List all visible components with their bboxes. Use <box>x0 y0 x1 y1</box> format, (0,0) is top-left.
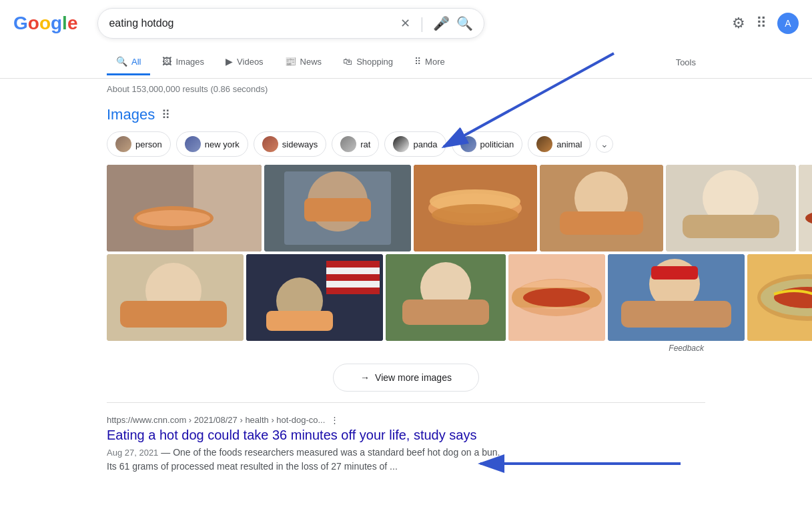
image-cell[interactable] <box>540 165 663 251</box>
image-grid-row-1 <box>107 165 705 251</box>
image-cell[interactable] <box>666 165 796 251</box>
chip-rat[interactable]: rat <box>332 131 379 157</box>
svg-rect-38 <box>402 300 489 325</box>
svg-point-4 <box>137 210 210 226</box>
header: Google ✕ | 🎤 🔍 ⚙ ⠿ A <box>0 0 812 47</box>
images-title: Images <box>107 106 155 123</box>
chip-avatar-panda <box>393 136 409 152</box>
svg-point-13 <box>432 204 518 225</box>
svg-rect-30 <box>326 261 380 294</box>
shopping-icon: 🛍 <box>343 56 352 67</box>
chip-sideways[interactable]: sideways <box>254 131 326 157</box>
header-right: ⚙ ⠿ A <box>732 13 799 34</box>
svg-rect-27 <box>120 301 227 328</box>
more-icon: ⠿ <box>414 56 421 67</box>
svg-rect-46 <box>651 266 698 280</box>
result-title[interactable]: Eating a hot dog could take 36 minutes o… <box>107 428 476 443</box>
image-cell[interactable] <box>386 254 506 341</box>
image-cell[interactable] <box>508 254 605 341</box>
search-result: https://www.cnn.com › 2021/08/27 › healt… <box>0 408 812 480</box>
search-bar: ✕ | 🎤 🔍 <box>97 8 484 39</box>
filter-chips: person new york sideways rat panda polit… <box>107 131 705 157</box>
tab-all[interactable]: 🔍 All <box>107 49 150 75</box>
result-more-icon[interactable]: ⋮ <box>330 415 339 425</box>
chip-new-york[interactable]: new york <box>176 131 248 157</box>
svg-rect-32 <box>326 281 380 288</box>
view-more-arrow-icon: → <box>360 372 370 383</box>
clear-icon[interactable]: ✕ <box>400 16 410 31</box>
view-more-button[interactable]: → View more images <box>333 364 479 392</box>
chip-avatar-rat <box>340 136 356 152</box>
tab-more[interactable]: ⠿ More <box>405 49 454 75</box>
search-icon[interactable]: 🔍 <box>456 15 473 31</box>
svg-rect-16 <box>560 211 643 235</box>
view-more-container: → View more images <box>0 364 812 392</box>
result-snippet: Aug 27, 2021 — One of the foods research… <box>107 446 705 474</box>
google-logo[interactable]: Google <box>13 13 77 34</box>
all-icon: 🔍 <box>116 56 127 67</box>
image-cell[interactable] <box>799 165 812 251</box>
news-icon: 📰 <box>285 56 296 67</box>
divider-line: | <box>420 14 424 33</box>
chip-animal[interactable]: animal <box>528 131 590 157</box>
images-section: Images ⠿ person new york sideways rat <box>0 99 812 353</box>
tab-images[interactable]: 🖼 Images <box>153 49 214 75</box>
chip-avatar-newyork <box>185 136 201 152</box>
image-cell[interactable] <box>107 165 262 251</box>
mic-icon[interactable]: 🎤 <box>433 15 450 31</box>
chip-avatar-politician <box>460 136 476 152</box>
feedback-label: Feedback <box>107 344 705 353</box>
svg-rect-2 <box>193 165 262 251</box>
tab-news[interactable]: 📰 News <box>276 49 332 75</box>
tab-videos[interactable]: ▶ Videos <box>216 49 273 75</box>
image-cell[interactable] <box>414 165 537 251</box>
chip-avatar-person <box>115 136 131 152</box>
image-cell[interactable] <box>107 254 244 341</box>
result-date: Aug 27, 2021 <box>107 448 158 458</box>
image-cell[interactable] <box>264 165 411 251</box>
chip-expand-icon[interactable]: ⌄ <box>596 135 613 153</box>
svg-rect-31 <box>326 268 380 274</box>
svg-rect-8 <box>304 198 371 221</box>
images-icon: 🖼 <box>162 56 171 67</box>
tools-button[interactable]: Tools <box>667 51 705 74</box>
results-info: About 153,000,000 results (0.86 seconds) <box>0 79 812 99</box>
svg-rect-20 <box>799 165 812 251</box>
account-avatar[interactable]: A <box>777 13 799 34</box>
svg-rect-34 <box>266 311 333 331</box>
svg-rect-19 <box>683 215 779 238</box>
result-url: https://www.cnn.com › 2021/08/27 › healt… <box>107 415 705 425</box>
tab-shopping[interactable]: 🛍 Shopping <box>334 49 402 75</box>
images-header: Images ⠿ <box>107 106 705 123</box>
apps-icon[interactable]: ⠿ <box>756 15 767 32</box>
search-input[interactable] <box>109 17 394 29</box>
nav-tabs: 🔍 All 🖼 Images ▶ Videos 📰 News 🛍 Shoppin… <box>0 47 812 79</box>
svg-point-43 <box>523 288 590 307</box>
chip-avatar-sideways <box>262 136 278 152</box>
svg-rect-47 <box>621 301 731 328</box>
settings-icon[interactable]: ⚙ <box>732 15 745 32</box>
image-cell[interactable] <box>246 254 383 341</box>
image-cell[interactable] <box>747 254 812 341</box>
chip-panda[interactable]: panda <box>384 131 446 157</box>
image-grid-row-2 <box>107 254 705 341</box>
images-more-icon[interactable]: ⠿ <box>161 107 170 122</box>
divider <box>107 402 705 403</box>
videos-icon: ▶ <box>226 56 233 67</box>
chip-person[interactable]: person <box>107 131 171 157</box>
chip-avatar-animal <box>536 136 552 152</box>
chip-politician[interactable]: politician <box>452 131 523 157</box>
image-cell[interactable] <box>608 254 745 341</box>
